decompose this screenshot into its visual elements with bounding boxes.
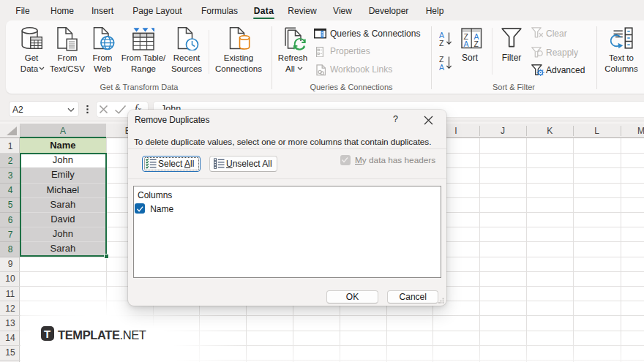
svg-text:A: A: [439, 63, 444, 72]
svg-text:Z: Z: [439, 39, 444, 48]
svg-text:Z: Z: [474, 39, 479, 48]
svg-text:A: A: [463, 39, 468, 48]
